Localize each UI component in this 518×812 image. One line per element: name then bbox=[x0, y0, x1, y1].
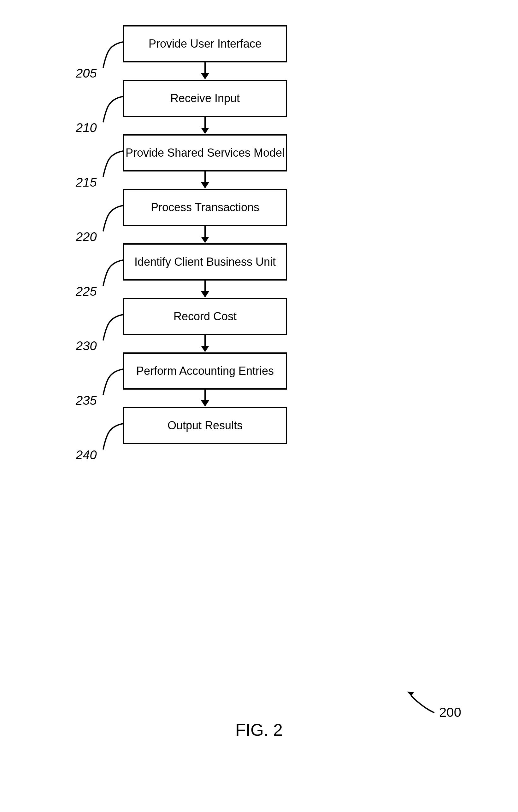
flowchart-step: 220 Process Transactions bbox=[94, 189, 316, 243]
reference-number: 205 bbox=[76, 66, 97, 80]
down-arrow-icon bbox=[205, 281, 206, 293]
arrow-connector bbox=[123, 389, 287, 407]
process-label: Record Cost bbox=[173, 310, 237, 323]
flowchart-step: 210 Receive Input bbox=[94, 80, 316, 134]
arrow-connector bbox=[123, 281, 287, 298]
flowchart-step: 225 Identify Client Business Unit bbox=[94, 243, 316, 298]
reference-curve-icon bbox=[102, 259, 124, 288]
process-label: Output Results bbox=[167, 419, 243, 432]
process-box: Process Transactions bbox=[123, 189, 287, 226]
reference-curve-icon bbox=[102, 150, 124, 178]
reference-curve-icon bbox=[102, 41, 124, 69]
reference-number: 240 bbox=[76, 448, 97, 462]
figure-label-container: FIG. 2 bbox=[0, 720, 518, 740]
flowchart-step: 215 Provide Shared Services Model bbox=[94, 134, 316, 189]
process-box: Provide User Interface bbox=[123, 25, 287, 62]
reference-number: 220 bbox=[76, 230, 97, 244]
flowchart-step: 205 Provide User Interface bbox=[94, 25, 316, 80]
figure-label: FIG. 2 bbox=[235, 720, 283, 739]
reference-number: 225 bbox=[76, 284, 97, 298]
process-box: Provide Shared Services Model bbox=[123, 134, 287, 172]
flowchart-step: 240 Output Results bbox=[94, 407, 316, 444]
reference-number: 230 bbox=[76, 339, 97, 353]
arrow-connector bbox=[123, 335, 287, 352]
figure-reference-number: 200 bbox=[439, 705, 461, 720]
arrow-connector bbox=[123, 62, 287, 80]
process-box: Record Cost bbox=[123, 298, 287, 335]
down-arrow-icon bbox=[205, 62, 206, 75]
reference-number: 210 bbox=[76, 121, 97, 135]
down-arrow-icon bbox=[205, 226, 206, 239]
reference-number: 235 bbox=[76, 394, 97, 408]
process-label: Provide Shared Services Model bbox=[126, 146, 284, 160]
arrow-connector bbox=[123, 117, 287, 134]
flowchart-step: 230 Record Cost bbox=[94, 298, 316, 352]
reference-curve-icon bbox=[102, 368, 124, 397]
reference-curve-icon bbox=[102, 423, 124, 451]
process-label: Provide User Interface bbox=[148, 37, 262, 51]
reference-number: 215 bbox=[76, 175, 97, 190]
process-box: Identify Client Business Unit bbox=[123, 243, 287, 281]
down-arrow-icon bbox=[205, 389, 206, 402]
reference-curve-icon bbox=[102, 205, 124, 233]
process-label: Receive Input bbox=[170, 92, 240, 105]
flowchart-step: 235 Perform Accounting Entries bbox=[94, 352, 316, 407]
down-arrow-icon bbox=[205, 172, 206, 184]
process-box: Receive Input bbox=[123, 80, 287, 117]
arrow-connector bbox=[123, 172, 287, 189]
reference-curve-icon bbox=[102, 314, 124, 342]
process-box: Output Results bbox=[123, 407, 287, 444]
figure-reference-arrow-icon bbox=[401, 689, 436, 714]
process-label: Identify Client Business Unit bbox=[134, 255, 276, 268]
flowchart-container: 205 Provide User Interface 210 Receive I… bbox=[94, 25, 316, 444]
reference-curve-icon bbox=[102, 95, 124, 124]
down-arrow-icon bbox=[205, 117, 206, 129]
down-arrow-icon bbox=[205, 335, 206, 348]
process-label: Perform Accounting Entries bbox=[136, 365, 274, 378]
process-label: Process Transactions bbox=[151, 201, 259, 214]
arrow-connector bbox=[123, 226, 287, 243]
process-box: Perform Accounting Entries bbox=[123, 352, 287, 389]
